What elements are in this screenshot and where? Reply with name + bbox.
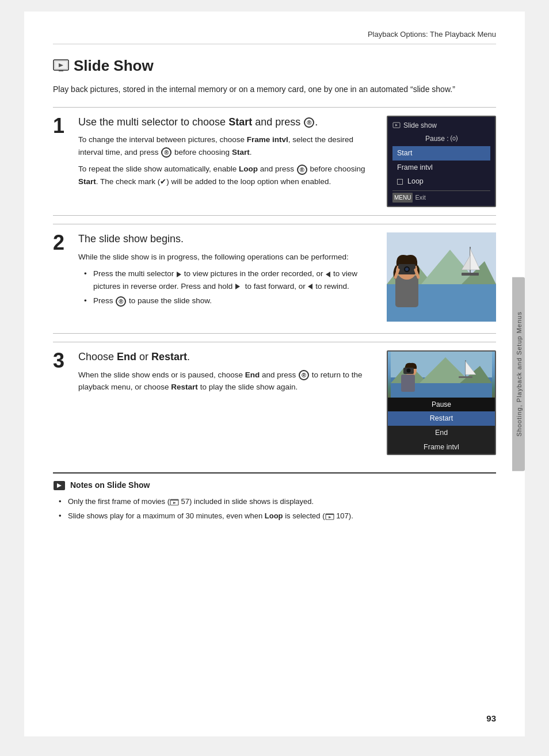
cam-menu-start: Start	[392, 146, 490, 161]
notes-title: Notes on Slide Show	[70, 479, 150, 491]
step-1-container: 1 Use the multi selector to choose Start…	[53, 107, 496, 207]
notes-list: Only the first frame of movies ( 57) inc…	[53, 496, 496, 522]
arrow-left-hold-icon	[308, 284, 312, 289]
ok-icon-2: ®	[116, 296, 126, 307]
step-3-heading: Choose End or Restart.	[78, 350, 378, 364]
step-2-bullets: Press the multi selector to view picture…	[78, 268, 378, 307]
svg-rect-41	[326, 514, 334, 515]
svg-point-19	[405, 268, 409, 271]
step-2-container: 2 The slide show begins. While the slide…	[53, 224, 496, 325]
side-tab-text: Shooting, Playback and Setup Menus	[516, 311, 523, 436]
note-movie-icon	[170, 499, 179, 506]
step-3-body: When the slide show ends or is paused, c…	[78, 369, 378, 394]
cam2-pause-bar: Pause	[388, 398, 495, 411]
note-item-2: Slide shows play for a maximum of 30 min…	[59, 510, 496, 522]
camera-ui-step3: Pause Restart End Frame intvl	[387, 350, 496, 455]
ok-icon-1c: ®	[297, 165, 307, 175]
step-3-content: Choose End or Restart. When the slide sh…	[78, 350, 378, 398]
svg-marker-5	[395, 124, 398, 126]
camera-ui-step1: Slide show Pause : ⒪ Start Frame intvl L…	[387, 116, 496, 207]
note-ref-icon	[325, 513, 334, 520]
step-2-heading: The slide show begins.	[78, 232, 378, 246]
step-1-content: Use the multi selector to choose Start a…	[78, 116, 378, 193]
steps-area: 1 Use the multi selector to choose Start…	[53, 107, 496, 456]
step-2-body: While the slide show is in progress, the…	[78, 251, 378, 264]
svg-marker-42	[329, 516, 331, 518]
intro-text: Play back pictures, stored in the intern…	[53, 83, 496, 96]
step-1-body2: To repeat the slide show automatically, …	[78, 163, 378, 188]
arrow-right-hold-icon	[235, 284, 240, 289]
svg-point-34	[407, 369, 411, 373]
arrow-left-icon	[326, 272, 330, 277]
cam2-frameintvl: Frame intvl	[388, 440, 495, 455]
bullet-2: Press ® to pause the slide show.	[84, 295, 378, 307]
step-1-number: 1	[53, 116, 69, 136]
camera-ui-title: Slide show	[392, 120, 490, 132]
slideshow-icon	[53, 59, 69, 72]
svg-rect-32	[401, 375, 415, 392]
cam-ui-title-text: Slide show	[403, 120, 437, 131]
cam-icon	[392, 122, 401, 129]
cam-ui-pause: Pause : ⒪	[392, 133, 490, 144]
step-2-illustration	[387, 232, 496, 322]
svg-rect-15	[395, 276, 418, 307]
page-number: 93	[486, 712, 496, 726]
svg-marker-39	[173, 502, 176, 504]
step-2-side	[387, 232, 496, 325]
section-title-text: Slide Show	[74, 55, 154, 77]
cam-menu-frameintvl: Frame intvl	[392, 161, 490, 175]
cam-menu-loop: Loop	[392, 174, 490, 189]
svg-rect-3	[59, 70, 63, 71]
section-title: Slide Show	[53, 55, 496, 77]
ok-button-icon-s1: ®	[304, 117, 314, 128]
notes-header: Notes on Slide Show	[53, 479, 496, 491]
step-2-row: 2 The slide show begins. While the slide…	[53, 232, 496, 325]
page-header-text: Playback Options: The Playback Menu	[368, 30, 496, 39]
step-1-row: 1 Use the multi selector to choose Start…	[53, 116, 496, 207]
step-2-content: The slide show begins. While the slide s…	[78, 232, 378, 311]
cam2-scene-svg	[391, 352, 492, 398]
cam2-restart: Restart	[388, 411, 495, 426]
step-3-row: 3 Choose End or Restart. When the slide …	[53, 350, 496, 455]
page-header: Playback Options: The Playback Menu	[53, 29, 496, 44]
ok-icon-3: ®	[299, 370, 309, 380]
cam2-end: End	[388, 426, 495, 440]
page: Playback Options: The Playback Menu Slid…	[24, 12, 525, 736]
svg-rect-38	[170, 499, 178, 501]
side-tab: Shooting, Playback and Setup Menus	[512, 277, 525, 471]
step-1-side: Slide show Pause : ⒪ Start Frame intvl L…	[387, 116, 496, 207]
bullet-1: Press the multi selector to view picture…	[84, 268, 378, 292]
notes-icon	[53, 480, 66, 491]
step-3-side: Pause Restart End Frame intvl	[387, 350, 496, 455]
note-item-1: Only the first frame of movies ( 57) inc…	[59, 496, 496, 508]
step-3-container: 3 Choose End or Restart. When the slide …	[53, 342, 496, 455]
menu-icon: MENU	[392, 193, 413, 203]
ok-icon-1b: ®	[161, 147, 171, 158]
notes-section: Notes on Slide Show Only the first frame…	[53, 472, 496, 522]
step-2-number: 2	[53, 232, 69, 253]
cam-menu-footer: MENU Exit	[392, 190, 490, 203]
step-1-heading: Use the multi selector to choose Start a…	[78, 116, 378, 129]
cam2-scene	[388, 352, 495, 398]
step-1-body1: To change the interval between pictures,…	[78, 133, 378, 158]
arrow-right-icon	[177, 272, 181, 277]
step-3-number: 3	[53, 350, 69, 371]
svg-rect-30	[459, 376, 472, 378]
